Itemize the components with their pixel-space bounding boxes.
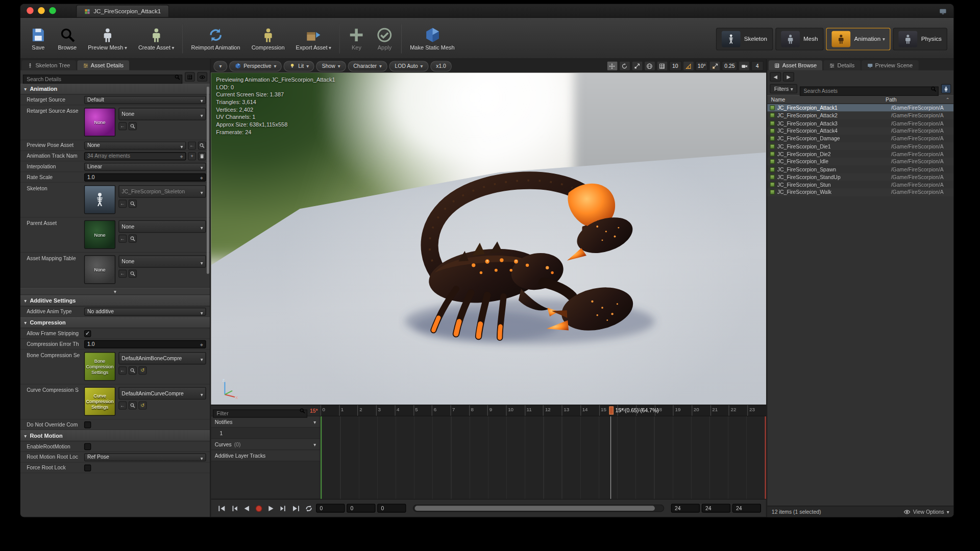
- export-asset-button[interactable]: Export Asset: [290, 20, 337, 57]
- grid-snap-icon[interactable]: [656, 61, 668, 71]
- show-advanced-toggle[interactable]: [20, 288, 210, 295]
- search-assets-input[interactable]: [800, 86, 939, 95]
- add-array-element-icon[interactable]: [188, 152, 196, 160]
- grid-view-icon[interactable]: [185, 72, 195, 81]
- apply-button[interactable]: Apply: [371, 20, 399, 57]
- parent-asset-dropdown[interactable]: None: [118, 220, 206, 233]
- use-selected-asset-icon[interactable]: [118, 199, 127, 208]
- retarget-source-asset-dropdown[interactable]: None: [118, 108, 206, 120]
- visibility-filter-icon[interactable]: [198, 72, 208, 81]
- range-end-field[interactable]: 24: [732, 504, 761, 513]
- rotation-snap-icon[interactable]: [682, 61, 694, 71]
- asset-row[interactable]: JC_FireScorpion_Spawn /Game/FireScorpion…: [767, 165, 953, 173]
- asset-row[interactable]: JC_FireScorpion_Idle /Game/FireScorpion/…: [767, 158, 953, 165]
- close-window-button[interactable]: [27, 7, 33, 14]
- left-panel-scrollbar[interactable]: [207, 87, 209, 274]
- browse-to-asset-icon[interactable]: [129, 269, 137, 278]
- asset-row[interactable]: JC_FireScorpion_Attack3 /Game/FireScorpi…: [767, 119, 953, 127]
- allow-frame-stripping-checkbox[interactable]: [84, 330, 91, 337]
- mode-skeleton-button[interactable]: Skeleton: [716, 28, 773, 50]
- root-motion-root-lock-dropdown[interactable]: Ref Pose: [84, 453, 206, 461]
- asset-row[interactable]: JC_FireScorpion_Attack1 /Game/FireScorpi…: [767, 104, 953, 112]
- section-compression[interactable]: Compression: [20, 317, 210, 328]
- lit-dropdown[interactable]: Lit: [284, 61, 314, 71]
- view-end-field[interactable]: 24: [702, 504, 730, 513]
- asset-row[interactable]: JC_FireScorpion_Die2 /Game/FireScorpion/…: [767, 150, 953, 158]
- preview-pose-asset-dropdown[interactable]: None: [84, 141, 186, 149]
- make-static-mesh-button[interactable]: Make Static Mesh: [404, 20, 460, 57]
- use-selected-asset-icon[interactable]: [118, 269, 127, 278]
- mode-mesh-button[interactable]: Mesh: [775, 28, 824, 50]
- skeleton-thumbnail[interactable]: [84, 185, 115, 214]
- compression-button[interactable]: Compression: [246, 20, 290, 57]
- reset-to-default-icon[interactable]: [138, 366, 146, 374]
- tab-details[interactable]: Details: [824, 60, 861, 70]
- reset-to-default-icon[interactable]: [138, 402, 146, 410]
- view-start-field[interactable]: 0: [347, 504, 375, 513]
- scale-tool-icon[interactable]: [631, 61, 643, 71]
- interpolation-dropdown[interactable]: Linear: [84, 162, 206, 170]
- asset-mapping-dropdown[interactable]: None: [118, 255, 206, 267]
- skeleton-asset-dropdown[interactable]: JC_FireScorpion_Skeleton: [118, 185, 206, 197]
- compression-error-spinbox[interactable]: 1.0: [84, 340, 206, 348]
- browse-to-asset-icon[interactable]: [198, 141, 206, 149]
- browse-to-asset-icon[interactable]: [129, 199, 137, 208]
- asset-row[interactable]: JC_FireScorpion_Walk /Game/FireScorpion/…: [767, 189, 953, 196]
- cast-icon[interactable]: [939, 7, 947, 14]
- clear-array-icon[interactable]: [198, 152, 206, 160]
- skip-to-end-button[interactable]: [291, 503, 302, 514]
- timeline-scrollbar-thumb[interactable]: [415, 506, 655, 511]
- column-header-name[interactable]: Name: [771, 96, 886, 103]
- sort-chevron-icon[interactable]: [946, 96, 950, 103]
- timeline-tracks-area[interactable]: [321, 416, 766, 499]
- timeline-filter-input[interactable]: [213, 409, 307, 417]
- playhead-handle[interactable]: [609, 407, 614, 415]
- tab-skeleton-tree[interactable]: Skeleton Tree: [21, 60, 76, 70]
- asset-row[interactable]: JC_FireScorpion_Die1 /Game/FireScorpion/…: [767, 142, 953, 150]
- curve-compression-thumbnail[interactable]: Curve Compression Settings: [84, 387, 115, 416]
- tab-preview-scene[interactable]: Preview Scene: [862, 60, 918, 70]
- fire-scorpion-model[interactable]: [399, 160, 668, 354]
- create-asset-button[interactable]: Create Asset: [133, 20, 180, 57]
- track-additive-layer[interactable]: Additive Layer Tracks: [211, 450, 320, 461]
- user-icon[interactable]: [941, 84, 951, 93]
- viewport-options-button[interactable]: [213, 61, 227, 71]
- rate-scale-spinbox[interactable]: 1.0: [84, 173, 206, 181]
- search-details-input[interactable]: [23, 74, 182, 84]
- column-header-path[interactable]: Path: [886, 96, 946, 103]
- enable-root-motion-checkbox[interactable]: [84, 443, 91, 449]
- timeline-ruler[interactable]: 0 1 2 3 4 5 6 7 8 9 10 11 12 13 14 15 16…: [321, 405, 766, 416]
- record-button[interactable]: [254, 503, 264, 514]
- tab-asset-browser[interactable]: Asset Browse: [769, 60, 822, 70]
- additive-anim-type-dropdown[interactable]: No additive: [84, 307, 206, 315]
- browse-to-asset-icon[interactable]: [129, 235, 137, 243]
- minimize-window-button[interactable]: [38, 7, 44, 14]
- retarget-source-asset-thumbnail[interactable]: None: [84, 108, 115, 136]
- forward-button[interactable]: [783, 72, 794, 81]
- asset-row[interactable]: JC_FireScorpion_Stun /Game/FireScorpion/…: [767, 181, 953, 188]
- browse-button[interactable]: Browse: [52, 20, 82, 57]
- preview-mesh-button[interactable]: Preview Mesh: [82, 20, 133, 57]
- tab-asset-details[interactable]: Asset Details: [77, 60, 129, 70]
- range-start-field[interactable]: 0: [316, 504, 345, 513]
- filters-button[interactable]: Filters: [770, 84, 797, 93]
- timeline-scrollbar[interactable]: [413, 505, 664, 512]
- mode-animation-button[interactable]: Animation: [826, 28, 890, 50]
- asset-mapping-thumbnail[interactable]: None: [84, 255, 115, 284]
- translate-tool-icon[interactable]: [606, 61, 618, 71]
- curve-compression-dropdown[interactable]: DefaultAnimCurveCompre: [118, 387, 206, 399]
- use-selected-asset-icon[interactable]: [118, 366, 127, 374]
- grid-snap-value[interactable]: 10: [669, 61, 681, 71]
- scale-snap-value[interactable]: 0.25: [722, 61, 737, 71]
- current-start-field[interactable]: 0: [377, 504, 406, 513]
- asset-row[interactable]: JC_FireScorpion_Attack4 /Game/FireScorpi…: [767, 127, 953, 135]
- use-selected-asset-icon[interactable]: [118, 122, 127, 130]
- skip-to-start-button[interactable]: [216, 503, 227, 514]
- step-forward-button[interactable]: [279, 503, 289, 514]
- viewport-scene[interactable]: Previewing Animation JC_FireScorpion_Att…: [211, 73, 766, 405]
- world-coordinate-icon[interactable]: [644, 61, 655, 71]
- camera-speed-icon[interactable]: [739, 61, 750, 71]
- bone-compression-dropdown[interactable]: DefaultAnimBoneCompre: [118, 352, 206, 364]
- current-end-field[interactable]: 24: [671, 504, 700, 513]
- rotate-tool-icon[interactable]: [619, 61, 630, 71]
